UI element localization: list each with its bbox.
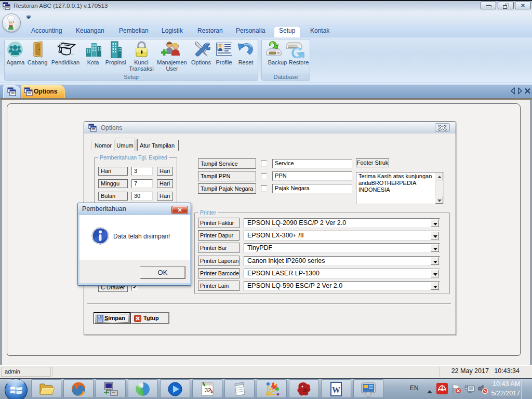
svg-text:W: W bbox=[332, 385, 340, 394]
svg-text:32: 32 bbox=[205, 387, 211, 393]
